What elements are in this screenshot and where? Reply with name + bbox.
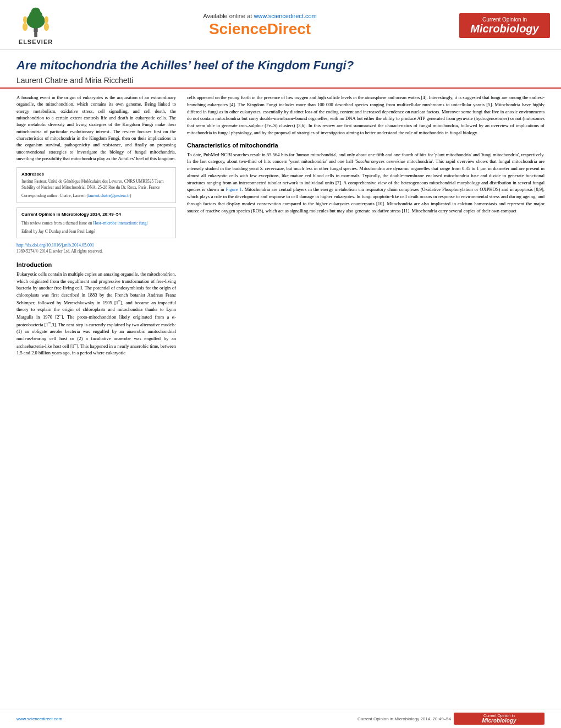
left-column: A founding event in the origin of eukary…: [16, 94, 176, 357]
journal-info-box: Current Opinion in Microbiology 2014, 20…: [16, 207, 176, 239]
footer-badge-line1: Current Opinion in: [457, 714, 542, 718]
characteristics-heading: Characteristics of mitochondria: [187, 142, 544, 149]
header-center: Available online at www.sciencedirect.co…: [61, 13, 459, 38]
elsevier-tree-icon: [16, 6, 55, 39]
journal-badge: Current Opinion in Microbiology: [459, 13, 550, 38]
footer-website[interactable]: www.sciencedirect.com: [16, 716, 62, 721]
website-link[interactable]: www.sciencedirect.com: [254, 13, 316, 19]
footer-badge-line2: Microbiology: [482, 718, 516, 724]
right-column: cells appeared on the young Earth in the…: [187, 94, 544, 357]
footer: www.sciencedirect.com Current Opinion in…: [0, 709, 561, 728]
available-online-text: Available online at www.sciencedirect.co…: [61, 13, 459, 19]
article-title: Are mitochondria the Achilles’ heel of t…: [16, 58, 544, 73]
header: ELSEVIER Available online at www.science…: [0, 0, 561, 50]
elsevier-logo: ELSEVIER: [11, 6, 61, 45]
edited-by: Edited by Jay C Dunlap and Jean Paul Lat…: [21, 228, 171, 234]
article-authors: Laurent Chatre and Miria Ricchetti: [16, 76, 544, 85]
themed-issue-text: This review comes from a themed issue on…: [21, 220, 171, 226]
introduction-heading: Introduction: [16, 261, 176, 268]
corresponding-author: Corresponding author: Chatre, Laurent (l…: [21, 193, 171, 199]
abstract-text: A founding event in the origin of eukary…: [16, 94, 176, 162]
journal-badge-line1: Current Opinion in: [465, 17, 544, 23]
footer-journal-info: Current Opinion in Microbiology 2014, 20…: [358, 716, 451, 721]
themed-issue-link[interactable]: Host–microbe interactions: fungi: [93, 221, 147, 226]
corresponding-email-link[interactable]: laurent.chatre@pasteur.fr: [88, 193, 130, 198]
right-intro-continuation: cells appeared on the young Earth in the…: [187, 94, 544, 136]
journal-badge-line2: Microbiology: [465, 23, 544, 35]
corresponding-name: Chatre, Laurent: [60, 193, 86, 198]
institution-address: Institut Pasteur, Unité de Génétique Mol…: [21, 179, 171, 190]
journal-citation: Current Opinion in Microbiology 2014, 20…: [21, 211, 171, 218]
copyright-text: 1369-5274/© 2014 Elsevier Ltd. All right…: [16, 249, 176, 255]
footer-journal-badge: Current Opinion in Microbiology: [454, 713, 544, 725]
elsevier-text-label: ELSEVIER: [19, 39, 53, 45]
svg-point-7: [23, 16, 27, 23]
doi-link[interactable]: http://dx.doi.org/10.1016/j.mib.2014.05.…: [16, 243, 176, 248]
addresses-box: Addresses Institut Pasteur, Unité de Gén…: [16, 167, 176, 203]
svg-point-5: [23, 23, 28, 31]
title-section: Are mitochondria the Achilles’ heel of t…: [0, 50, 561, 89]
svg-point-4: [31, 8, 41, 16]
corresponding-label: Corresponding author:: [21, 193, 59, 198]
addresses-title: Addresses: [21, 171, 171, 177]
svg-point-8: [45, 16, 48, 23]
doi-section: http://dx.doi.org/10.1016/j.mib.2014.05.…: [16, 243, 176, 255]
characteristics-text: To date, PubMed-NCBI searches result in …: [187, 151, 544, 215]
footer-right: Current Opinion in Microbiology 2014, 20…: [358, 713, 544, 725]
introduction-text: Eukaryotic cells contain in multiple cop…: [16, 271, 176, 357]
sciencedirect-logo: ScienceDirect: [61, 20, 459, 38]
svg-point-6: [44, 23, 49, 31]
body-content: A founding event in the origin of eukary…: [0, 89, 561, 362]
figure1-link[interactable]: Figure 1: [226, 187, 241, 192]
